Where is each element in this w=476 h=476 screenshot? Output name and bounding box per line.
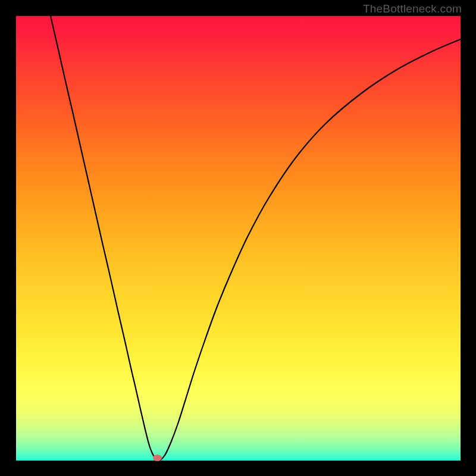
current-point-marker — [153, 455, 162, 461]
bottleneck-curve — [16, 16, 461, 461]
chart-frame — [16, 16, 461, 461]
chart-plot-area — [16, 16, 461, 461]
watermark-text: TheBottleneck.com — [363, 2, 462, 15]
